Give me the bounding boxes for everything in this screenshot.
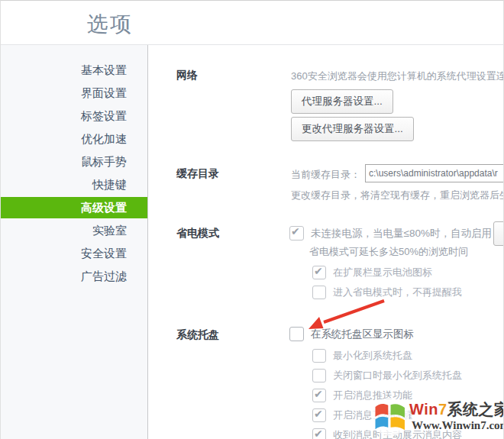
option-label: 最小化到系统托盘 <box>333 349 412 363</box>
option-label: 进入省电模式时，不再提醒我 <box>333 286 462 299</box>
sidebar-item-4[interactable]: 鼠标手势 <box>1 151 147 173</box>
page-title: 选项 <box>87 10 133 39</box>
checkbox[interactable]: ✔ <box>312 389 326 402</box>
options-window: 选项 基本设置界面设置标签设置优化加速鼠标手势快捷键高级设置实验室安全设置广告过… <box>0 0 504 439</box>
sidebar-item-1[interactable]: 界面设置 <box>1 82 147 104</box>
checkbox[interactable]: ✔ <box>312 266 326 279</box>
watermark: Win7系统之家 Www.Winwin7.com <box>366 396 504 439</box>
network-section-label: 网络 <box>176 69 198 82</box>
option-row: ✔关闭窗口时最小化到系统托盘 <box>312 368 462 383</box>
tray-main-checkbox[interactable]: ✔ <box>289 327 304 341</box>
brand-win: Win <box>409 401 438 418</box>
checkbox[interactable]: ✔ <box>312 369 326 383</box>
smart-powersave-button[interactable]: 智 <box>493 221 504 246</box>
sidebar-item-5[interactable]: 快捷键 <box>1 174 147 195</box>
proxy-settings-button[interactable]: 代理服务器设置... <box>291 89 393 114</box>
watermark-url: Www.Winwin7.com <box>412 419 504 432</box>
cache-section-label: 缓存目录 <box>176 167 219 181</box>
sidebar-item-2[interactable]: 标签设置 <box>1 105 147 127</box>
sidebar-item-7[interactable]: 实验室 <box>1 220 147 241</box>
sidebar-list: 基本设置界面设置标签设置优化加速鼠标手势快捷键高级设置实验室安全设置广告过滤 <box>1 45 147 287</box>
tray-main-row: ✔ 在系统托盘区显示图标 <box>289 327 414 341</box>
checkbox[interactable]: ✔ <box>312 408 326 422</box>
sidebar: 基本设置界面设置标签设置优化加速鼠标手势快捷键高级设置实验室安全设置广告过滤 <box>1 45 148 439</box>
option-row: ✔在扩展栏显示电池图标 <box>312 265 462 280</box>
power-subtext: 省电模式可延长多达50%的浏览时间 <box>309 245 468 259</box>
change-proxy-settings-button[interactable]: 更改代理服务器设置... <box>291 117 414 141</box>
cache-note: 更改缓存目录，将清空现有缓存，重启浏览器后生效。 <box>291 189 504 202</box>
checkmark-icon: ✔ <box>314 388 323 400</box>
option-label: 在扩展栏显示电池图标 <box>333 266 432 279</box>
sidebar-item-3[interactable]: 优化加速 <box>1 128 147 150</box>
watermark-brand: Win7系统之家 <box>409 399 504 420</box>
power-main-row: ✔ 未连接电源，当电量≤80%时，自动启用 <box>289 226 492 240</box>
windows-flag-icon <box>370 397 410 437</box>
power-main-checkbox[interactable]: ✔ <box>289 226 304 240</box>
checkmark-icon: ✔ <box>314 428 323 439</box>
sidebar-item-6[interactable]: 高级设置 <box>1 197 147 218</box>
tray-main-label: 在系统托盘区显示图标 <box>311 327 414 341</box>
power-options: ✔在扩展栏显示电池图标✔进入省电模式时，不再提醒我 <box>312 265 462 305</box>
checkbox[interactable]: ✔ <box>312 349 326 363</box>
brand-7: 7 <box>438 401 447 418</box>
sidebar-item-0[interactable]: 基本设置 <box>1 60 147 81</box>
option-label: 关闭窗口时最小化到系统托盘 <box>333 369 462 383</box>
sidebar-item-8[interactable]: 安全设置 <box>1 243 147 264</box>
option-row: ✔进入省电模式时，不再提醒我 <box>312 285 462 300</box>
power-main-label: 未连接电源，当电量≤80%时，自动启用 <box>311 226 492 240</box>
checkbox[interactable]: ✔ <box>312 286 326 299</box>
header: 选项 <box>1 1 503 45</box>
power-section-label: 省电模式 <box>176 227 219 240</box>
checkmark-icon: ✔ <box>291 225 300 237</box>
option-row: ✔最小化到系统托盘 <box>312 348 462 363</box>
checkmark-icon: ✔ <box>314 408 323 420</box>
checkbox[interactable]: ✔ <box>312 428 326 439</box>
network-description: 360安全浏览器会使用您计算机的系统代理设置连 <box>291 69 504 83</box>
checkmark-icon: ✔ <box>314 265 323 277</box>
current-cache-dir-label: 当前缓存目录： <box>291 168 360 182</box>
tray-section-label: 系统托盘 <box>176 328 219 342</box>
cache-path-input[interactable] <box>365 164 504 182</box>
sidebar-item-9[interactable]: 广告过滤 <box>1 266 147 287</box>
brand-cn: 系统之家 <box>447 401 504 418</box>
